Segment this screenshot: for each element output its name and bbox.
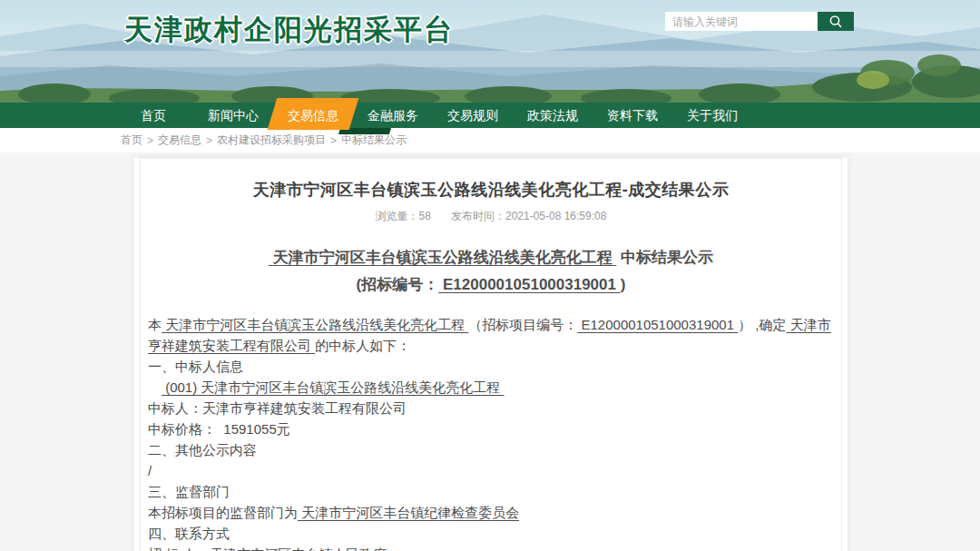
body-line: (001) 天津市宁河区丰台镇滨玉公路线沿线美化亮化工程 — [148, 377, 834, 398]
nav-item-label: 资料下载 — [607, 108, 658, 123]
text-segment: 中标人：天津市亨祥建筑安装工程有限公司 — [148, 400, 407, 416]
text-segment: （招标项目编号： — [468, 317, 577, 332]
body-line: 二、其他公示内容 — [148, 439, 834, 460]
nav-item-label: 交易规则 — [447, 108, 498, 123]
body-line: / — [148, 460, 834, 481]
text-segment — [148, 379, 162, 395]
breadcrumb-separator: > — [330, 134, 337, 147]
body-line: 一、中标人信息 — [148, 356, 834, 377]
nav-item-news[interactable]: 新闻中心 — [193, 103, 273, 128]
nav-item-trade-info[interactable]: 交易信息 — [273, 103, 353, 128]
search-bar — [665, 12, 854, 31]
body-line: 中标人：天津市亨祥建筑安装工程有限公司 — [148, 398, 834, 418]
text-segment: 中标价格： 1591055元 — [148, 421, 290, 437]
site-title: 天津政村企阳光招采平台 — [124, 11, 454, 49]
nav-item-policy[interactable]: 政策法规 — [513, 103, 593, 128]
site-header: 天津政村企阳光招采平台 — [0, 0, 980, 103]
view-count-label: 浏览量： — [376, 210, 419, 222]
page: 天津政村企阳光招采平台 首页 新闻中心 交易信息 — [0, 0, 980, 551]
text-segment: 天津市宁河区丰台镇纪律检查委员会 — [298, 505, 519, 520]
main-nav: 首页 新闻中心 交易信息 金融服务 交易规则 政策法规 — [0, 103, 980, 128]
doc-bid-code-line: (招标编号： E1200001051000319001 ) — [148, 274, 834, 295]
view-count-value: 58 — [419, 210, 431, 222]
text-segment: E1200001051000319001 — [438, 276, 620, 293]
breadcrumb: 首页 > 交易信息 > 农村建设招标采购项目 > 中标结果公示 — [0, 128, 980, 153]
content-area: 天津市宁河区丰台镇滨玉公路线沿线美化亮化工程-成交结果公示 浏览量：58发布时间… — [0, 158, 980, 551]
text-segment: 的中标人如下： — [315, 338, 410, 353]
body-line: 中标价格： 1591055元 — [148, 418, 834, 439]
breadcrumb-item-rural-bidding[interactable]: 农村建设招标采购项目 — [217, 133, 326, 148]
text-segment: / — [148, 463, 152, 478]
text-segment: 一、中标人信息 — [148, 359, 243, 374]
text-segment: 招 标 人：天津市宁河区丰台镇人民政府 — [148, 546, 387, 551]
nav-item-label: 交易信息 — [288, 108, 338, 123]
text-segment: 四、联系方式 — [148, 526, 230, 541]
doc-body: 本 天津市宁河区丰台镇滨玉公路线沿线美化亮化工程 （招标项目编号： E12000… — [148, 314, 834, 551]
nav-item-downloads[interactable]: 资料下载 — [593, 103, 672, 128]
text-segment: (001) 天津市宁河区丰台镇滨玉公路线沿线美化亮化工程 — [162, 379, 505, 395]
publish-time-value: 2021-05-08 16:59:08 — [505, 210, 606, 222]
nav-list: 首页 新闻中心 交易信息 金融服务 交易规则 政策法规 — [0, 103, 980, 128]
text-segment: 二、其他公示内容 — [148, 442, 257, 458]
text-segment: 中标结果公示 — [616, 249, 713, 266]
nav-item-finance[interactable]: 金融服务 — [353, 103, 433, 128]
content-panel: 天津市宁河区丰台镇滨玉公路线沿线美化亮化工程-成交结果公示 浏览量：58发布时间… — [134, 158, 848, 551]
nav-item-label: 金融服务 — [368, 108, 418, 123]
text-segment: 天津市宁河区丰台镇滨玉公路线沿线美化亮化工程 — [162, 317, 468, 332]
nav-item-label: 新闻中心 — [208, 108, 259, 123]
nav-item-label: 关于我们 — [687, 108, 738, 123]
text-segment: E1200001051000319001 — [577, 317, 738, 332]
body-line: 招 标 人：天津市宁河区丰台镇人民政府 — [148, 544, 834, 551]
breadcrumb-separator: > — [206, 134, 212, 147]
text-segment: ） ,确定 — [738, 317, 786, 332]
body-line: 本招标项目的监督部门为 天津市宁河区丰台镇纪律检查委员会 — [148, 502, 834, 523]
nav-item-about[interactable]: 关于我们 — [672, 103, 752, 128]
breadcrumb-item-current: 中标结果公示 — [341, 133, 407, 148]
nav-item-label: 政策法规 — [527, 108, 578, 123]
text-segment: 本招标项目的监督部门为 — [148, 505, 298, 520]
article-title: 天津市宁河区丰台镇滨玉公路线沿线美化亮化工程-成交结果公示 — [148, 179, 834, 201]
text-segment: (招标编号： — [357, 276, 439, 293]
publish-time-label: 发布时间： — [451, 210, 505, 222]
nav-item-label: 首页 — [141, 108, 166, 123]
breadcrumb-item-home[interactable]: 首页 — [121, 133, 142, 148]
search-input[interactable] — [665, 12, 818, 31]
search-button[interactable] — [818, 12, 854, 31]
article-box: 天津市宁河区丰台镇滨玉公路线沿线美化亮化工程-成交结果公示 浏览量：58发布时间… — [140, 158, 842, 551]
breadcrumb-separator: > — [147, 134, 153, 147]
body-line: 三、监督部门 — [148, 481, 834, 502]
doc-subtitle: 天津市宁河区丰台镇滨玉公路线沿线美化亮化工程 中标结果公示 — [148, 247, 834, 268]
text-segment: 本 — [148, 317, 162, 332]
search-icon — [828, 14, 844, 30]
nav-item-trade-rules[interactable]: 交易规则 — [433, 103, 513, 128]
nav-item-home[interactable]: 首页 — [113, 103, 193, 128]
article-meta: 浏览量：58发布时间：2021-05-08 16:59:08 — [148, 209, 834, 224]
breadcrumb-item-trade-info[interactable]: 交易信息 — [158, 133, 201, 148]
body-paragraph: 本 天津市宁河区丰台镇滨玉公路线沿线美化亮化工程 （招标项目编号： E12000… — [148, 314, 834, 356]
text-segment: ) — [621, 276, 626, 293]
text-segment: 天津市宁河区丰台镇滨玉公路线沿线美化亮化工程 — [269, 249, 616, 266]
text-segment: 三、监督部门 — [148, 484, 230, 499]
body-line: 四、联系方式 — [148, 523, 834, 544]
